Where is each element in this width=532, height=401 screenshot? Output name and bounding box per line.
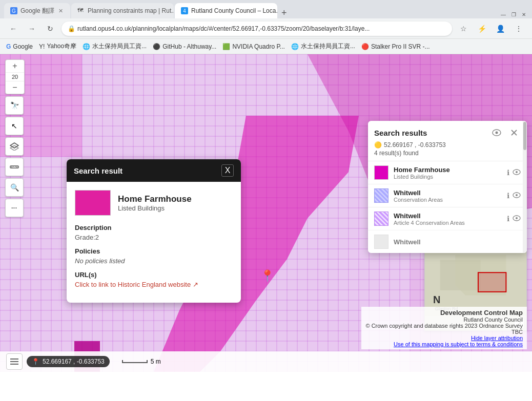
historic-england-link[interactable]: Click to link to Historic England websit… [75,281,233,288]
mini-map-view[interactable]: Glaston Rd N [425,249,526,316]
minimize-button[interactable]: — [499,10,507,18]
bookmark-label-3: GitHub - Althuway... [162,43,216,50]
sr-name-0: Home Farmhouse [394,166,502,174]
attribution-line1: Rutland County Council [365,316,523,323]
bookmark-label-2: 水土保持局員工資... [92,42,147,51]
sr-type-0: Listed Buildings [394,174,502,180]
scrollbar[interactable] [523,121,527,253]
tab-google-translate[interactable]: G Google 翻譯 ✕ [4,3,70,18]
sr-close-button[interactable] [507,126,521,139]
sr-color-2 [374,212,388,226]
bottom-bar: 📍 52.669167 , -0.633753 5 m [0,351,532,372]
sr-item-2[interactable]: Whitwell Article 4 Conservation Areas ℹ [368,207,527,230]
menu-icon[interactable]: ⋮ [511,22,526,36]
sr-color-3 [374,235,388,249]
account-icon[interactable]: 👤 [493,22,507,36]
north-arrow: N [433,294,440,306]
tab-planning[interactable]: 🗺 Planning constraints map | Rut... ✕ [71,3,174,18]
tab-favicon-1: G [10,7,17,14]
cursor-tool-button[interactable]: ↖ [5,117,24,135]
sr-info-1: Whitwell Conservation Areas [394,189,502,203]
search-button[interactable]: 🔍 [5,178,24,197]
bookmark-label-0: Google [13,43,33,50]
forward-button[interactable]: → [25,22,39,36]
sr-info-2: Whitwell Article 4 Conservation Areas [394,212,502,226]
terms-link[interactable]: Use of this mapping is subject to terms … [394,341,523,347]
panel-close-button[interactable]: X [221,164,234,177]
sr-panel-header: Search results [368,121,527,141]
attribution-title: Development Control Map [365,309,523,316]
performance-icon[interactable]: ⚡ [475,22,489,36]
tab-favicon-2: 🗺 [77,7,85,14]
sr-actions-0: ℹ [507,168,521,177]
bookmark-water2[interactable]: 🌐 水土保持局員工資... [291,42,355,51]
layers-button[interactable] [5,137,24,156]
bookmark-star[interactable]: ☆ [456,22,470,36]
svg-rect-7 [10,166,18,168]
bookmark-nvidia[interactable]: 🟩 NVIDIA Quadro P... [222,43,285,50]
scrollbar-thumb[interactable] [523,122,526,150]
bookmark-github[interactable]: ⚫ GitHub - Althuway... [153,43,216,50]
svg-point-13 [496,132,498,134]
feature-row: Home Farmhouse Listed Buildings [75,190,233,216]
svg-point-19 [516,194,518,196]
sr-info-0: Home Farmhouse Listed Buildings [394,166,502,180]
sr-info-3: Whitwell [394,238,521,246]
location-pin: 📍 [260,269,274,283]
maximize-button[interactable]: ❐ [509,10,518,18]
external-link-icon: ↗ [193,281,198,288]
sr-coords: 🟡 52.669167 , -0.633753 [368,141,527,150]
bookmarks-bar: G Google Y! Yahoo奇摩 🌐 水土保持局員工資... ⚫ GitH… [0,39,532,54]
link-text: Click to link to Historic England websit… [75,281,191,288]
ruler-button[interactable] [5,158,24,176]
policies-section: Policies No policies listed [75,247,233,265]
address-input[interactable]: 🔒 rutland.opus4.co.uk/planning/localplan… [62,22,452,36]
sr-item-3[interactable]: Whitwell [368,230,527,253]
sr-eye-btn-1[interactable] [513,192,521,200]
zoom-out-button[interactable]: − [6,81,24,94]
refresh-button[interactable]: ↻ [43,22,57,36]
sr-eye-btn-2[interactable] [513,215,521,223]
sr-eye-btn-0[interactable] [513,168,521,177]
hide-layer-link[interactable]: Hide layer attribution [471,335,523,341]
urls-label: URL(s) [75,271,233,279]
sr-info-btn-2[interactable]: ℹ [507,215,509,223]
tab-close-1[interactable]: ✕ [57,7,64,15]
feature-info: Home Farmhouse Listed Buildings [118,194,192,212]
attribution-box: Development Control Map Rutland County C… [361,307,527,349]
bookmark-yahoo[interactable]: Y! Yahoo奇摩 [39,42,76,51]
sr-color-0 [374,165,388,180]
tab-rutland[interactable]: 4 Rutland County Council – Loca... ✕ [175,3,277,18]
sr-color-1 [374,188,388,203]
feature-name: Home Farmhouse [118,194,192,204]
tab-favicon-3: 4 [181,7,188,14]
new-tab-button[interactable]: + [278,8,290,18]
sr-type-2: Article 4 Conservation Areas [394,220,502,226]
bookmark-label-1: Yahoo奇摩 [47,42,76,51]
zoom-in-button[interactable]: + [6,60,24,72]
sr-eye-button[interactable] [490,126,503,139]
browser-chrome: G Google 翻譯 ✕ 🗺 Planning constraints map… [0,0,532,54]
sr-item-1[interactable]: Whitwell Conservation Areas ℹ [368,184,527,207]
map-menu-button[interactable] [6,353,23,370]
scale-label: 5 m [151,358,161,365]
close-window-button[interactable]: ✕ [520,10,528,18]
sr-name-1: Whitwell [394,189,502,197]
binoculars-button[interactable]: 🔭 [5,96,24,115]
bookmark-stalker[interactable]: 🔴 Stalker Pro II SVR -... [361,43,430,50]
sr-actions-1: ℹ [507,192,521,200]
sr-header-icons [490,126,521,139]
zoom-control[interactable]: + 20 − [5,59,25,94]
address-text: rutland.opus4.co.uk/planning/localplan/m… [77,25,370,32]
search-results-panel: Search results 🟡 52.669167 , -0.633753 4… [368,121,527,253]
back-button[interactable]: ← [6,22,21,36]
sr-item-0[interactable]: Home Farmhouse Listed Buildings ℹ [368,161,527,184]
more-button[interactable]: ··· [5,199,24,217]
sr-info-btn-0[interactable]: ℹ [507,168,509,177]
map-container[interactable]: 📍 + 20 − 🔭 ↖ 🔍 ··· Search result X Home [0,54,532,372]
bookmark-google[interactable]: G Google [6,43,33,50]
sr-info-btn-1[interactable]: ℹ [507,192,509,200]
attribution-line3: TBC [365,329,523,335]
policies-value: No policies listed [75,257,233,265]
bookmark-water1[interactable]: 🌐 水土保持局員工資... [83,42,147,51]
